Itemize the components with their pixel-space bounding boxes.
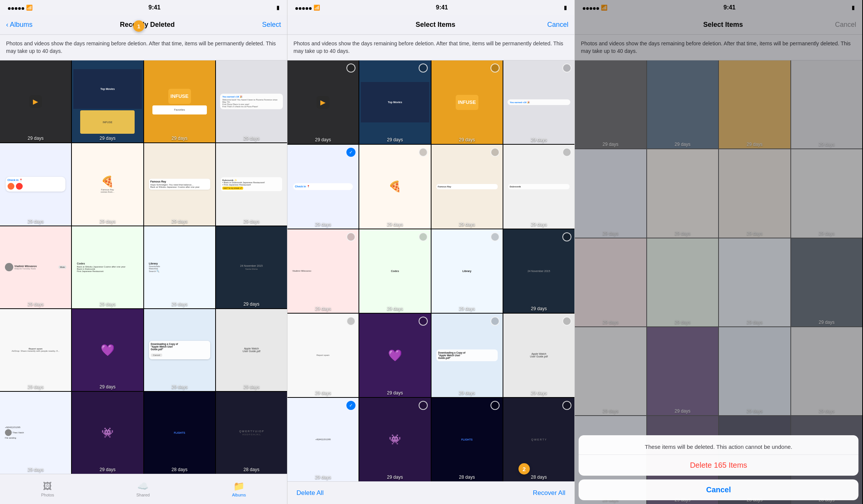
select-circle[interactable]	[562, 401, 571, 410]
select-circle[interactable]	[490, 63, 500, 73]
photo-cell[interactable]: INFUSE Favorites 29 days	[144, 60, 215, 142]
callout-1: 1	[133, 20, 144, 32]
photo-cell[interactable]: Dubrovnik ✨ • Back in Dubrovnik Japanese…	[216, 143, 287, 225]
photo-cell[interactable]: Q W E R T Y U I O P A S D F G H J K L 28…	[216, 392, 287, 474]
photo-cell[interactable]: Dubrovnik 29 days	[503, 145, 574, 228]
signal-dots-2	[295, 5, 312, 11]
photo-cell[interactable]: Report spam 29 days	[287, 314, 359, 397]
photo-cell[interactable]: Check in 📍 29 days	[0, 143, 71, 225]
select-circle[interactable]	[562, 63, 571, 73]
photo-cell[interactable]: +8(942)151295 29 days	[287, 398, 359, 481]
select-circle[interactable]	[490, 401, 500, 410]
select-button[interactable]: Select	[262, 21, 281, 29]
albums-icon: 📁	[233, 481, 245, 492]
action-sheet-main: These items will be deleted. This action…	[579, 435, 858, 476]
photo-grid-1: ▶ 29 days Top Movies INFUSE 29 days	[0, 60, 287, 474]
status-bar-1: 📶 9:41 ▮	[0, 0, 287, 15]
panels-wrapper: 📶 9:41 ▮ ‹ Albums Recently Deleted Selec…	[0, 0, 863, 504]
select-circle[interactable]	[419, 317, 428, 326]
photo-cell[interactable]: Top Movies 29 days	[359, 60, 430, 144]
photo-cell[interactable]: Apple WatchUser Guide.pdf 29 days	[503, 314, 574, 397]
photo-cell[interactable]: Library Downloads Watchlist Search 🔍 29 …	[144, 226, 215, 308]
status-bar-2: 📶 9:41 ▮	[287, 0, 574, 15]
photo-cell[interactable]: ▶ 29 days	[287, 60, 359, 144]
photo-cell[interactable]: You earned +16 🎉 Welcome back! You haven…	[216, 60, 287, 142]
photo-cell[interactable]: 🍕 29 days	[359, 145, 430, 228]
tab-photos[interactable]: 🖼 Photos	[41, 481, 54, 497]
photo-cell[interactable]: +8(942)151295 Theo Vatch File sending 29…	[0, 392, 71, 474]
photo-cell[interactable]: ▶ 29 days	[0, 60, 71, 142]
photo-cell[interactable]: 👾 29 days	[72, 392, 143, 474]
select-circle[interactable]	[490, 148, 500, 157]
status-left-1: 📶	[8, 5, 33, 11]
cancel-button-2[interactable]: Cancel	[547, 21, 568, 29]
photo-cell[interactable]: FLIGHTS 28 days	[431, 398, 503, 481]
photo-cell[interactable]: 🍕 Famous Raycomes from... 29 days	[72, 143, 143, 225]
panel-delete-confirm: 📶 9:41 ▮ Select Items Cancel Photos and …	[575, 0, 862, 504]
overlay-dim	[575, 0, 862, 504]
photo-cell[interactable]: Library 29 days	[431, 229, 503, 313]
battery-icon-2: ▮	[564, 5, 567, 11]
select-circle[interactable]	[346, 401, 355, 410]
wifi-icon-2: 📶	[314, 5, 320, 11]
action-sheet: These items will be deleted. This action…	[575, 431, 862, 504]
delete-items-button[interactable]: Delete 165 Items	[579, 455, 858, 476]
wifi-icon-1: 📶	[26, 5, 33, 11]
back-button-1[interactable]: ‹ Albums	[6, 21, 33, 29]
photo-cell[interactable]: 24 November 2015 29 days	[503, 229, 574, 313]
photo-cell[interactable]: Downloading a Copy of"Apple Watch UserGu…	[431, 314, 503, 397]
recover-all-button[interactable]: Recover All	[533, 489, 565, 497]
select-circle[interactable]	[562, 232, 571, 241]
panel-recently-deleted: 📶 9:41 ▮ ‹ Albums Recently Deleted Selec…	[0, 0, 287, 504]
battery-icon-1: ▮	[276, 5, 279, 11]
callout-2: 2	[518, 463, 530, 475]
photo-cell[interactable]: Codes 29 days	[359, 229, 430, 313]
photo-cell[interactable]: FLIGHTS 28 days	[144, 392, 215, 474]
select-circle[interactable]	[419, 63, 428, 73]
photo-cell[interactable]: 💜 29 days	[72, 309, 143, 391]
photo-cell[interactable]: Top Movies INFUSE 29 days	[72, 60, 143, 142]
select-circle[interactable]	[419, 401, 428, 410]
select-circle[interactable]	[419, 148, 428, 157]
sheet-info-text: These items will be deleted. This action…	[579, 435, 858, 455]
photo-cell[interactable]: INFUSE 29 days	[431, 60, 503, 144]
select-circle[interactable]	[346, 317, 355, 326]
photo-cell[interactable]: Famous Ray Hope Schmidgen: You need that…	[144, 143, 215, 225]
photo-cell[interactable]: 24 November 2015 Santa Elena 29 days	[216, 226, 287, 308]
select-circle[interactable]	[419, 232, 428, 241]
select-circle[interactable]	[490, 232, 500, 241]
select-circle[interactable]	[346, 232, 355, 241]
photo-cell[interactable]: Codes Back at Shkoku Japanese Cusine aft…	[72, 226, 143, 308]
info-text-1: Photos and videos show the days remainin…	[0, 35, 287, 60]
time-2: 9:41	[436, 4, 448, 11]
photo-cell[interactable]: You earned +16 🎉 29 days	[503, 60, 574, 144]
select-circle[interactable]	[346, 148, 355, 157]
photo-cell[interactable]: Famous Ray 29 days	[431, 145, 503, 228]
nav-bar-2: Select Items Cancel	[287, 15, 574, 35]
photo-cell[interactable]: Q W E R T Y 28 days	[503, 398, 574, 481]
time-1: 9:41	[148, 4, 160, 11]
photo-cell[interactable]: 👾 29 days	[359, 398, 430, 481]
tab-albums[interactable]: 📁 Albums	[232, 481, 246, 497]
photos-icon: 🖼	[43, 481, 52, 492]
photo-cell[interactable]: Downloading a Copy of"Apple Watch UserGu…	[144, 309, 215, 391]
sheet-cancel-button[interactable]: Cancel	[579, 479, 858, 500]
status-right-2: ▮	[564, 5, 567, 11]
action-bar-2: Delete All Recover All	[287, 481, 574, 504]
nav-title-2: Select Items	[416, 21, 455, 29]
photo-cell[interactable]: Report spam AirDrop: Share instantly wit…	[0, 309, 71, 391]
bottom-tab-bar-1: 🖼 Photos ☁️ Shared 📁 Albums	[0, 474, 287, 504]
delete-all-button[interactable]: Delete All	[296, 489, 324, 497]
photo-grid-2: ▶ 29 days Top Movies 29 days	[287, 60, 574, 481]
select-circle[interactable]	[562, 317, 571, 326]
tab-shared[interactable]: ☁️ Shared	[137, 481, 150, 497]
select-circle[interactable]	[490, 317, 500, 326]
chevron-left-icon-1: ‹	[6, 21, 8, 29]
photo-cell[interactable]: Apple WatchUser Guide.pdf 29 days	[216, 309, 287, 391]
photo-cell[interactable]: Vladimir Milovanov 29 days	[287, 229, 359, 313]
signal-dots-1	[8, 5, 25, 11]
photo-cell[interactable]: Vladimir Milovanov Walpole Tuesday Nada …	[0, 226, 71, 308]
photo-cell[interactable]: Check in 📍 29 days	[287, 145, 359, 228]
photo-cell[interactable]: 💜 29 days	[359, 314, 430, 397]
panel-select-items: 📶 9:41 ▮ Select Items Cancel Photos and …	[287, 0, 575, 504]
